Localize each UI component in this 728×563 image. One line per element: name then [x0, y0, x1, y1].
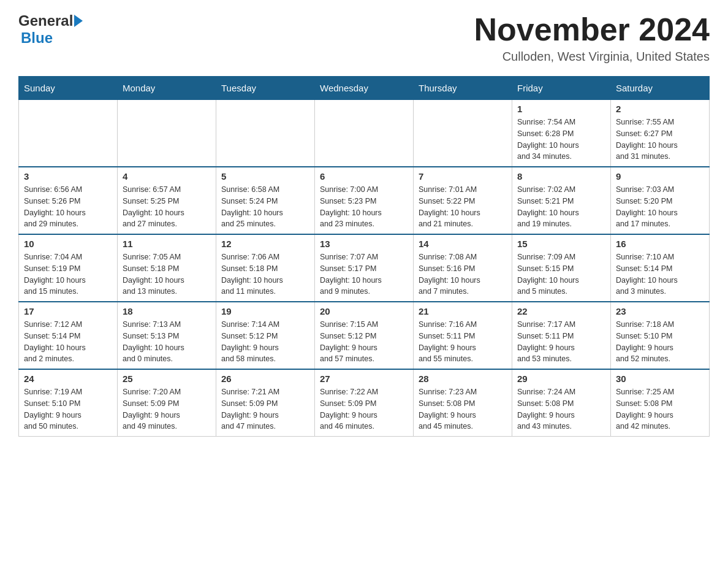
day-info: Sunrise: 7:09 AM Sunset: 5:15 PM Dayligh… — [517, 251, 605, 297]
calendar-cell: 14Sunrise: 7:08 AM Sunset: 5:16 PM Dayli… — [414, 234, 512, 302]
day-number: 5 — [221, 171, 309, 182]
calendar-cell: 25Sunrise: 7:20 AM Sunset: 5:09 PM Dayli… — [118, 369, 216, 437]
logo: General Blue — [18, 12, 84, 47]
day-info: Sunrise: 6:58 AM Sunset: 5:24 PM Dayligh… — [221, 184, 309, 230]
day-info: Sunrise: 7:22 AM Sunset: 5:09 PM Dayligh… — [320, 386, 408, 432]
day-info: Sunrise: 6:56 AM Sunset: 5:26 PM Dayligh… — [24, 184, 112, 230]
day-number: 25 — [123, 373, 211, 384]
calendar-cell: 10Sunrise: 7:04 AM Sunset: 5:19 PM Dayli… — [19, 234, 118, 302]
day-number: 17 — [24, 306, 112, 316]
calendar-cell: 1Sunrise: 7:54 AM Sunset: 6:28 PM Daylig… — [512, 100, 611, 167]
calendar-cell: 30Sunrise: 7:25 AM Sunset: 5:08 PM Dayli… — [611, 369, 710, 437]
calendar-cell: 22Sunrise: 7:17 AM Sunset: 5:11 PM Dayli… — [512, 302, 611, 369]
day-info: Sunrise: 7:04 AM Sunset: 5:19 PM Dayligh… — [24, 251, 112, 297]
day-number: 15 — [517, 239, 605, 249]
day-number: 24 — [24, 373, 112, 384]
calendar-cell: 28Sunrise: 7:23 AM Sunset: 5:08 PM Dayli… — [414, 369, 512, 437]
calendar-cell: 24Sunrise: 7:19 AM Sunset: 5:10 PM Dayli… — [19, 369, 118, 437]
calendar-header-thursday: Thursday — [414, 77, 512, 100]
day-number: 26 — [221, 373, 309, 384]
day-info: Sunrise: 7:08 AM Sunset: 5:16 PM Dayligh… — [419, 251, 507, 297]
day-number: 21 — [419, 306, 507, 316]
day-info: Sunrise: 7:02 AM Sunset: 5:21 PM Dayligh… — [517, 184, 605, 230]
day-info: Sunrise: 7:13 AM Sunset: 5:13 PM Dayligh… — [123, 319, 211, 365]
calendar-cell: 7Sunrise: 7:01 AM Sunset: 5:22 PM Daylig… — [414, 167, 512, 234]
calendar-week-row: 1Sunrise: 7:54 AM Sunset: 6:28 PM Daylig… — [19, 100, 710, 167]
day-number: 3 — [24, 171, 112, 182]
day-number: 9 — [616, 171, 704, 182]
day-number: 22 — [517, 306, 605, 316]
calendar-week-row: 17Sunrise: 7:12 AM Sunset: 5:14 PM Dayli… — [19, 302, 710, 369]
day-number: 11 — [123, 239, 211, 249]
calendar-cell: 6Sunrise: 7:00 AM Sunset: 5:23 PM Daylig… — [315, 167, 414, 234]
day-number: 30 — [616, 373, 704, 384]
title-area: November 2024 Culloden, West Virginia, U… — [474, 12, 710, 64]
day-info: Sunrise: 7:05 AM Sunset: 5:18 PM Dayligh… — [123, 251, 211, 297]
calendar-cell — [414, 100, 512, 167]
page-subtitle: Culloden, West Virginia, United States — [474, 50, 710, 64]
calendar-cell: 18Sunrise: 7:13 AM Sunset: 5:13 PM Dayli… — [118, 302, 216, 369]
day-info: Sunrise: 7:00 AM Sunset: 5:23 PM Dayligh… — [320, 184, 408, 230]
day-number: 8 — [517, 171, 605, 182]
calendar-cell: 15Sunrise: 7:09 AM Sunset: 5:15 PM Dayli… — [512, 234, 611, 302]
header: General Blue November 2024 Culloden, Wes… — [18, 12, 710, 64]
calendar-week-row: 3Sunrise: 6:56 AM Sunset: 5:26 PM Daylig… — [19, 167, 710, 234]
calendar-cell: 16Sunrise: 7:10 AM Sunset: 5:14 PM Dayli… — [611, 234, 710, 302]
calendar-cell — [216, 100, 315, 167]
calendar-cell: 13Sunrise: 7:07 AM Sunset: 5:17 PM Dayli… — [315, 234, 414, 302]
day-info: Sunrise: 7:15 AM Sunset: 5:12 PM Dayligh… — [320, 319, 408, 365]
calendar-cell: 29Sunrise: 7:24 AM Sunset: 5:08 PM Dayli… — [512, 369, 611, 437]
day-number: 12 — [221, 239, 309, 249]
day-info: Sunrise: 7:23 AM Sunset: 5:08 PM Dayligh… — [419, 386, 507, 432]
calendar-cell: 26Sunrise: 7:21 AM Sunset: 5:09 PM Dayli… — [216, 369, 315, 437]
calendar-cell: 5Sunrise: 6:58 AM Sunset: 5:24 PM Daylig… — [216, 167, 315, 234]
calendar-header-saturday: Saturday — [611, 77, 710, 100]
day-info: Sunrise: 7:16 AM Sunset: 5:11 PM Dayligh… — [419, 319, 507, 365]
day-info: Sunrise: 7:14 AM Sunset: 5:12 PM Dayligh… — [221, 319, 309, 365]
day-info: Sunrise: 7:10 AM Sunset: 5:14 PM Dayligh… — [616, 251, 704, 297]
calendar-header-friday: Friday — [512, 77, 611, 100]
day-number: 13 — [320, 239, 408, 249]
calendar-cell: 8Sunrise: 7:02 AM Sunset: 5:21 PM Daylig… — [512, 167, 611, 234]
calendar-cell: 9Sunrise: 7:03 AM Sunset: 5:20 PM Daylig… — [611, 167, 710, 234]
calendar-cell: 3Sunrise: 6:56 AM Sunset: 5:26 PM Daylig… — [19, 167, 118, 234]
logo-arrow-icon — [74, 15, 83, 27]
day-number: 14 — [419, 239, 507, 249]
calendar-header-monday: Monday — [118, 77, 216, 100]
calendar-cell: 2Sunrise: 7:55 AM Sunset: 6:27 PM Daylig… — [611, 100, 710, 167]
day-number: 6 — [320, 171, 408, 182]
day-number: 7 — [419, 171, 507, 182]
day-info: Sunrise: 7:12 AM Sunset: 5:14 PM Dayligh… — [24, 319, 112, 365]
calendar-cell: 12Sunrise: 7:06 AM Sunset: 5:18 PM Dayli… — [216, 234, 315, 302]
day-number: 10 — [24, 239, 112, 249]
calendar-cell: 23Sunrise: 7:18 AM Sunset: 5:10 PM Dayli… — [611, 302, 710, 369]
day-info: Sunrise: 7:07 AM Sunset: 5:17 PM Dayligh… — [320, 251, 408, 297]
calendar-cell — [315, 100, 414, 167]
day-info: Sunrise: 7:19 AM Sunset: 5:10 PM Dayligh… — [24, 386, 112, 432]
calendar-cell: 20Sunrise: 7:15 AM Sunset: 5:12 PM Dayli… — [315, 302, 414, 369]
calendar-header-row: SundayMondayTuesdayWednesdayThursdayFrid… — [19, 77, 710, 100]
calendar-week-row: 10Sunrise: 7:04 AM Sunset: 5:19 PM Dayli… — [19, 234, 710, 302]
calendar-cell: 17Sunrise: 7:12 AM Sunset: 5:14 PM Dayli… — [19, 302, 118, 369]
day-number: 29 — [517, 373, 605, 384]
calendar-cell: 4Sunrise: 6:57 AM Sunset: 5:25 PM Daylig… — [118, 167, 216, 234]
day-number: 19 — [221, 306, 309, 316]
calendar-cell — [19, 100, 118, 167]
day-info: Sunrise: 7:21 AM Sunset: 5:09 PM Dayligh… — [221, 386, 309, 432]
day-number: 20 — [320, 306, 408, 316]
day-info: Sunrise: 7:24 AM Sunset: 5:08 PM Dayligh… — [517, 386, 605, 432]
day-info: Sunrise: 7:01 AM Sunset: 5:22 PM Dayligh… — [419, 184, 507, 230]
calendar-header-tuesday: Tuesday — [216, 77, 315, 100]
day-info: Sunrise: 7:18 AM Sunset: 5:10 PM Dayligh… — [616, 319, 704, 365]
calendar-cell: 27Sunrise: 7:22 AM Sunset: 5:09 PM Dayli… — [315, 369, 414, 437]
day-number: 23 — [616, 306, 704, 316]
day-info: Sunrise: 7:06 AM Sunset: 5:18 PM Dayligh… — [221, 251, 309, 297]
day-info: Sunrise: 7:03 AM Sunset: 5:20 PM Dayligh… — [616, 184, 704, 230]
calendar-header-sunday: Sunday — [19, 77, 118, 100]
day-number: 28 — [419, 373, 507, 384]
calendar-header-wednesday: Wednesday — [315, 77, 414, 100]
day-number: 4 — [123, 171, 211, 182]
day-number: 1 — [517, 104, 605, 114]
day-number: 27 — [320, 373, 408, 384]
day-info: Sunrise: 7:55 AM Sunset: 6:27 PM Dayligh… — [616, 117, 704, 163]
